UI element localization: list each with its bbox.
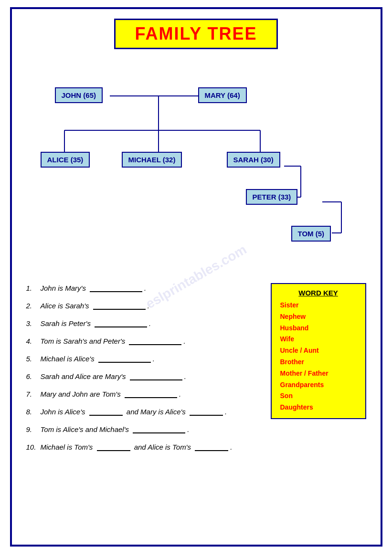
question-number: 6. xyxy=(26,372,41,380)
title-wrapper: FAMILY TREE xyxy=(26,19,366,63)
question-text: Tom is Alice's and Michael's . xyxy=(41,424,366,433)
questions-section: WORD KEY SisterNephewHusbandWifeUncle / … xyxy=(26,283,366,451)
question-item: 9.Tom is Alice's and Michael's . xyxy=(26,424,366,433)
blank-line xyxy=(133,424,185,433)
person-alice: ALICE (35) xyxy=(41,152,90,168)
blank-line-2 xyxy=(190,407,223,416)
page-title: FAMILY TREE xyxy=(135,24,257,44)
blank-line xyxy=(90,283,142,292)
question-number: 4. xyxy=(26,337,41,345)
question-item: 10.Michael is Tom's and Alice is Tom's . xyxy=(26,442,366,451)
word-key-box: WORD KEY SisterNephewHusbandWifeUncle / … xyxy=(271,283,366,419)
blank-line xyxy=(98,354,151,363)
blank-line xyxy=(130,371,182,380)
title-box: FAMILY TREE xyxy=(114,19,277,49)
person-michael: MICHAEL (32) xyxy=(122,152,182,168)
word-key-item: Wife xyxy=(280,334,357,345)
word-key-item: Daughters xyxy=(280,402,357,413)
person-tom: TOM (5) xyxy=(291,226,331,242)
blank-line xyxy=(93,301,146,310)
person-john: JOHN (65) xyxy=(55,87,103,103)
question-number: 7. xyxy=(26,390,41,398)
word-key-item: Husband xyxy=(280,323,357,334)
question-number: 2. xyxy=(26,302,41,310)
word-key-item: Sister xyxy=(280,300,357,311)
question-number: 8. xyxy=(26,408,41,416)
word-key-item: Brother xyxy=(280,357,357,368)
blank-line xyxy=(129,336,181,345)
word-key-title: WORD KEY xyxy=(280,289,357,297)
word-key-item: Uncle / Aunt xyxy=(280,345,357,357)
question-number: 1. xyxy=(26,284,41,292)
blank-line xyxy=(97,442,130,451)
person-peter: PETER (33) xyxy=(246,189,298,205)
blank-line-2 xyxy=(195,442,228,451)
page: FAMILY TREE JOHN (65) xyxy=(10,7,382,547)
person-sarah: SARAH (30) xyxy=(227,152,280,168)
word-key-items: SisterNephewHusbandWifeUncle / AuntBroth… xyxy=(280,300,357,413)
question-text: Michael is Tom's and Alice is Tom's . xyxy=(41,442,366,451)
blank-line xyxy=(125,389,177,398)
blank-line xyxy=(89,407,123,416)
word-key-item: Grandparents xyxy=(280,379,357,391)
question-number: 3. xyxy=(26,319,41,327)
question-number: 9. xyxy=(26,425,41,433)
word-key-item: Son xyxy=(280,390,357,402)
question-number: 5. xyxy=(26,355,41,363)
family-tree-section: JOHN (65) MARY (64) ALICE (35) MICHAEL (… xyxy=(26,78,366,269)
word-key-item: Mother / Father xyxy=(280,368,357,379)
word-key-item: Nephew xyxy=(280,311,357,323)
blank-line xyxy=(95,318,147,327)
person-mary: MARY (64) xyxy=(198,87,247,103)
question-number: 10. xyxy=(26,443,41,451)
